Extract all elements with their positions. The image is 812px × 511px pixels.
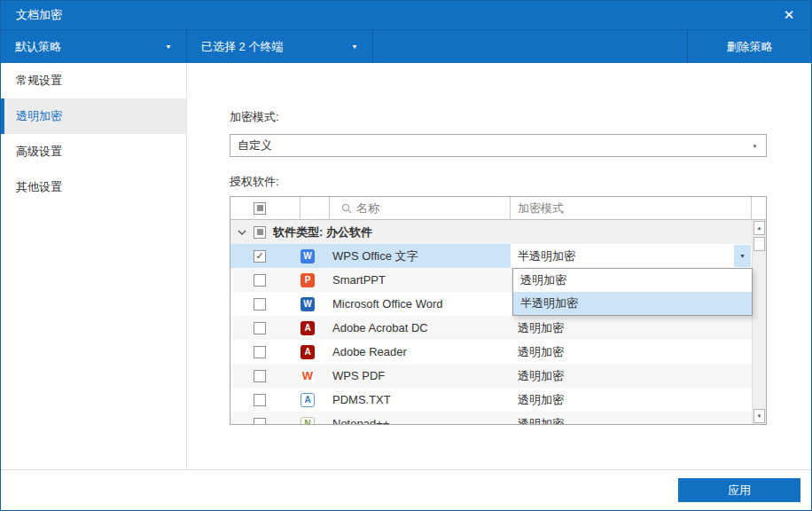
name-column-header: 名称 (356, 200, 379, 216)
search-icon (341, 203, 352, 214)
sidebar-item-advanced[interactable]: 高级设置 (1, 134, 186, 169)
group-header-row[interactable]: 软件类型: 办公软件 (230, 220, 752, 244)
header-name-cell[interactable]: 名称 (330, 197, 511, 219)
footer: 应用 (1, 469, 811, 510)
sidebar-item-transparent-encryption[interactable]: 透明加密 (1, 98, 186, 134)
close-button[interactable]: ✕ (774, 1, 804, 29)
body: 常规设置 透明加密 高级设置 其他设置 加密模式: 自定义 ▼ 授权软件: (1, 63, 811, 469)
document-encryption-window: 文档加密 ✕ 默认策略 ▼ 已选择 2 个终端 ▼ 删除策略 常规设置 透明加密… (0, 0, 812, 511)
acrobat-icon: A (301, 321, 315, 335)
sidebar: 常规设置 透明加密 高级设置 其他设置 (1, 63, 187, 469)
row-checkbox-cell (230, 292, 301, 316)
scroll-down-icon: ▼ (757, 413, 762, 419)
main-content: 加密模式: 自定义 ▼ 授权软件: (187, 63, 811, 469)
software-name: PDMS.TXT (330, 388, 511, 412)
table-row[interactable]: AAdobe Reader透明加密 (230, 340, 752, 364)
scrollbar-thumb[interactable] (753, 237, 765, 251)
scroll-down-button[interactable]: ▼ (753, 409, 765, 423)
row-icon-cell: A (301, 388, 330, 412)
chevron-down-icon[interactable] (238, 230, 246, 235)
row-checkbox-cell (230, 268, 301, 292)
policy-dropdown[interactable]: 默认策略 ▼ (1, 30, 187, 63)
row-checkbox[interactable] (254, 274, 266, 287)
encryption-mode-value: 自定义 (238, 138, 272, 153)
mode-dropdown-list: 透明加密半透明加密 (512, 268, 753, 316)
mode-column-header: 加密模式 (518, 200, 564, 216)
close-icon: ✕ (784, 7, 795, 23)
terminal-dropdown[interactable]: 已选择 2 个终端 ▼ (187, 30, 373, 63)
dropdown-option[interactable]: 透明加密 (513, 269, 752, 292)
row-checkbox[interactable] (254, 394, 266, 406)
row-icon-cell: W (301, 292, 330, 316)
notepad-plus-icon: N (301, 417, 315, 426)
software-name: Adobe Acrobat DC (330, 316, 511, 340)
row-checkbox[interactable] (254, 322, 266, 334)
row-checkbox[interactable] (254, 370, 266, 382)
row-mode-value: 透明加密 (511, 340, 752, 364)
software-name: Microsoft Office Word (330, 292, 511, 316)
header-checkbox-cell (230, 197, 301, 219)
wps-pdf-icon: W (301, 369, 315, 383)
window-title: 文档加密 (16, 7, 62, 23)
scroll-up-button[interactable]: ▲ (753, 221, 765, 235)
delete-policy-button[interactable]: 删除策略 (687, 30, 811, 63)
row-mode-cell: 半透明加密▼ (511, 244, 752, 268)
caret-down-icon: ▼ (351, 43, 358, 50)
sidebar-item-general[interactable]: 常规设置 (1, 63, 186, 98)
group-checkbox[interactable] (254, 226, 266, 239)
row-icon-cell: W (301, 364, 330, 388)
row-checkbox-cell (230, 412, 301, 425)
row-mode-value: 半透明加密 (518, 248, 575, 264)
table-row[interactable]: APDMS.TXT透明加密 (230, 388, 752, 412)
row-icon-cell: A (301, 340, 330, 364)
row-mode-value: 透明加密 (511, 388, 752, 412)
software-table: 名称 加密模式 软件类型: 办公软件 (230, 196, 767, 425)
row-checkbox-cell: ✓ (230, 244, 301, 268)
caret-down-icon: ▼ (752, 143, 766, 148)
row-checkbox-cell (230, 364, 301, 388)
select-all-checkbox[interactable] (254, 202, 266, 215)
table-row[interactable]: NNotepad++透明加密 (230, 412, 752, 425)
scroll-up-icon: ▲ (757, 225, 762, 231)
apply-button[interactable]: 应用 (678, 478, 800, 502)
row-mode-select[interactable]: 半透明加密▼ (511, 244, 752, 268)
row-mode-value: 透明加密 (511, 364, 752, 388)
caret-down-icon: ▼ (165, 43, 172, 50)
row-checkbox-cell (230, 340, 301, 364)
software-name: WPS PDF (330, 364, 511, 388)
authorized-software-label: 授权软件: (230, 174, 279, 190)
table-row[interactable]: ✓WWPS Office 文字半透明加密▼ (230, 244, 752, 268)
row-checkbox[interactable] (254, 418, 266, 426)
encryption-mode-select[interactable]: 自定义 ▼ (230, 134, 767, 157)
software-name: WPS Office 文字 (330, 244, 511, 268)
header-scrollbar-stub (752, 197, 766, 219)
software-name: Adobe Reader (330, 340, 511, 364)
toolbar-spacer (373, 30, 687, 63)
pdms-txt-icon: A (301, 393, 315, 407)
header-mode-cell[interactable]: 加密模式 (511, 197, 752, 219)
caret-down-icon[interactable]: ▼ (734, 245, 751, 267)
row-checkbox[interactable] (254, 346, 266, 358)
row-icon-cell: N (301, 412, 330, 425)
toolbar: 默认策略 ▼ 已选择 2 个终端 ▼ 删除策略 (1, 29, 811, 63)
row-icon-cell: P (301, 268, 330, 292)
row-checkbox[interactable]: ✓ (254, 250, 266, 263)
row-checkbox[interactable] (254, 298, 266, 311)
row-icon-cell: A (301, 316, 330, 340)
row-mode-value: 透明加密 (511, 316, 752, 340)
wps-writer-icon: W (301, 249, 315, 263)
table-row[interactable]: AAdobe Acrobat DC透明加密 (230, 316, 752, 340)
encryption-mode-label: 加密模式: (230, 109, 279, 125)
group-header-label: 软件类型: 办公软件 (273, 224, 372, 240)
table-body: 软件类型: 办公软件 ✓WWPS Office 文字半透明加密▼PSmartPP… (230, 220, 766, 425)
sidebar-item-other[interactable]: 其他设置 (1, 169, 186, 205)
dropdown-option[interactable]: 半透明加密 (513, 292, 752, 315)
row-checkbox-cell (230, 388, 301, 412)
ms-word-icon: W (301, 297, 315, 311)
terminal-dropdown-label: 已选择 2 个终端 (201, 39, 283, 55)
smartppt-icon: P (301, 273, 315, 287)
table-row[interactable]: WWPS PDF透明加密 (230, 364, 752, 388)
policy-dropdown-label: 默认策略 (15, 39, 61, 55)
table-scrollbar[interactable]: ▲ ▼ (752, 220, 766, 424)
title-bar: 文档加密 ✕ (1, 1, 811, 29)
